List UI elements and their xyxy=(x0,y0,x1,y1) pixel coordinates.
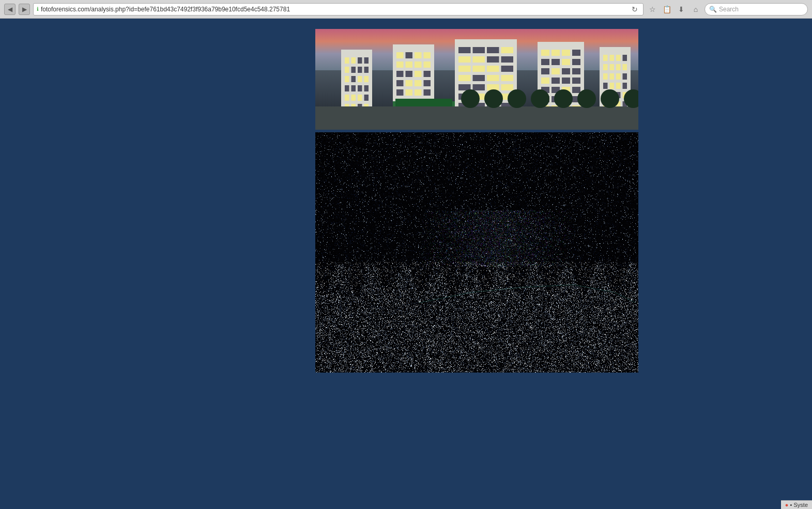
download-icon: ⬇ xyxy=(678,5,684,13)
browser-toolbar: ◀ ▶ ℹ fotoforensics.com/analysis.php?id=… xyxy=(0,0,812,19)
left-panel xyxy=(0,29,315,499)
search-placeholder: Search xyxy=(719,6,739,13)
source-image xyxy=(315,29,638,130)
url-text: fotoforensics.com/analysis.php?id=befe76… xyxy=(41,6,627,13)
forward-icon: ▶ xyxy=(22,6,27,13)
image-canvas xyxy=(315,29,638,130)
forward-button[interactable]: ▶ xyxy=(19,4,30,15)
back-button[interactable]: ◀ xyxy=(4,4,16,15)
search-bar[interactable]: 🔍 Search xyxy=(704,3,808,16)
home-button[interactable]: ⌂ xyxy=(690,4,701,15)
status-extension-icon: ● xyxy=(785,502,789,508)
back-icon: ◀ xyxy=(8,6,12,13)
bookmark-button[interactable]: 📋 xyxy=(661,4,672,15)
page-content xyxy=(0,19,812,509)
status-text: • Syste xyxy=(790,502,808,508)
bookmark-icon: 📋 xyxy=(663,5,671,13)
lock-icon: ℹ xyxy=(37,6,39,12)
status-bar: ● • Syste xyxy=(781,500,812,509)
right-panel xyxy=(315,29,812,499)
url-bar[interactable]: ℹ fotoforensics.com/analysis.php?id=befe… xyxy=(33,3,644,16)
star-icon: ☆ xyxy=(649,5,656,13)
home-icon: ⌂ xyxy=(694,5,698,13)
ela-canvas xyxy=(315,132,638,373)
reload-button[interactable]: ↻ xyxy=(630,4,640,14)
search-icon: 🔍 xyxy=(709,6,717,13)
download-button[interactable]: ⬇ xyxy=(676,4,687,15)
ela-image xyxy=(315,132,638,373)
star-button[interactable]: ☆ xyxy=(647,4,658,15)
